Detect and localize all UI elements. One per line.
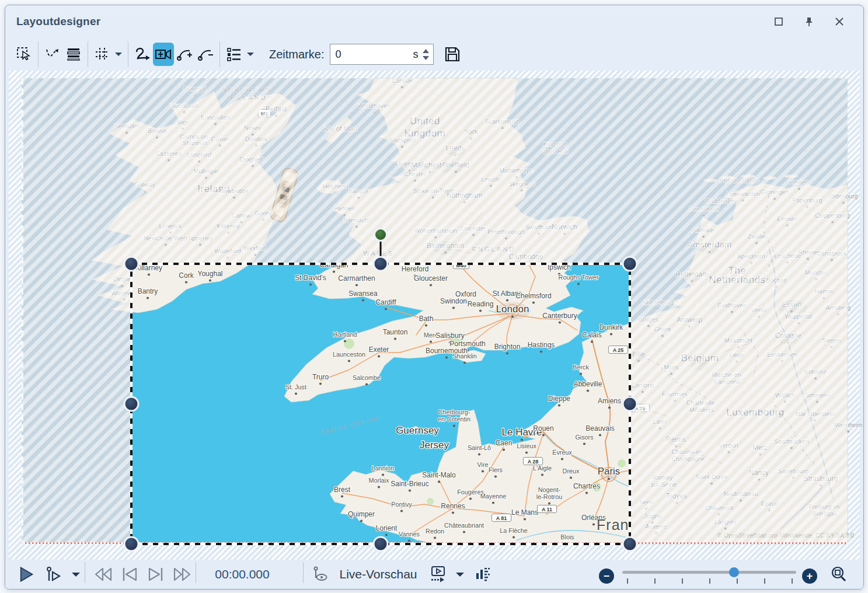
spinner-down[interactable] xyxy=(423,56,429,60)
select-tool-button[interactable] xyxy=(13,43,34,66)
city-dot xyxy=(453,424,455,427)
keyframe-list-dropdown[interactable] xyxy=(245,43,256,66)
road-badge: A 81 xyxy=(491,514,511,522)
city-dot xyxy=(521,438,523,441)
keyframe-list-button[interactable] xyxy=(224,43,245,66)
close-button[interactable] xyxy=(833,15,846,28)
grid-options-dropdown[interactable] xyxy=(113,43,124,66)
city-dot xyxy=(344,340,346,342)
window-title: Layoutdesigner xyxy=(16,15,100,28)
grid-tool-button[interactable] xyxy=(92,43,113,66)
selection-handle-nw[interactable] xyxy=(124,257,138,271)
layers-tool-button[interactable] xyxy=(63,43,84,66)
zoom-out-button[interactable]: − xyxy=(597,563,616,589)
city-dot xyxy=(577,282,580,285)
city-dot xyxy=(360,519,362,522)
city-dot xyxy=(542,434,545,436)
zoom-tick xyxy=(792,578,793,584)
eye-pin-icon xyxy=(312,566,329,582)
city-dot xyxy=(409,489,411,491)
pin-button[interactable] xyxy=(803,15,815,28)
selection-handle-n[interactable] xyxy=(374,257,388,271)
map-label: Youghal xyxy=(198,270,223,278)
city-dot xyxy=(209,279,211,281)
city-dot xyxy=(513,536,515,538)
play-button[interactable] xyxy=(15,561,38,587)
road-badge: A 28 xyxy=(523,458,542,465)
plus-icon: + xyxy=(802,568,817,584)
city-dot xyxy=(580,372,582,375)
skip-forward-button[interactable] xyxy=(169,561,195,587)
selection-handle-ne[interactable] xyxy=(623,257,637,271)
city-dot xyxy=(591,340,593,343)
city-dot xyxy=(503,448,505,451)
zoom-in-button[interactable]: + xyxy=(800,563,819,589)
map-label: Châteaubriant xyxy=(444,522,484,529)
city-dot xyxy=(452,511,454,514)
map-label: Canterbury xyxy=(542,312,577,320)
city-dot xyxy=(147,296,149,299)
live-preview-label: Live-Vorschau xyxy=(331,561,426,587)
spline-edit-tool-button[interactable] xyxy=(42,43,63,66)
remove-node-tool-button[interactable] xyxy=(195,43,216,66)
play-from-timemarker-button[interactable] xyxy=(41,561,67,587)
map-label: Flers xyxy=(489,466,503,473)
city-dot xyxy=(494,475,497,477)
city-dot xyxy=(506,352,508,354)
zoom-slider-track[interactable] xyxy=(622,571,796,574)
map-label: Beauvais xyxy=(585,424,614,432)
rotation-handle[interactable] xyxy=(375,229,387,241)
preview-eye-pin-button[interactable] xyxy=(310,561,331,587)
city-dot xyxy=(506,299,508,301)
chevron-down-icon xyxy=(247,52,254,57)
city-dot xyxy=(385,308,387,310)
add-node-tool-button[interactable] xyxy=(174,43,195,66)
city-dot xyxy=(561,458,563,460)
spinner-up[interactable] xyxy=(423,49,429,53)
zeitmarke-input[interactable] xyxy=(330,48,395,61)
camera-pan-tool-button[interactable] xyxy=(153,43,174,66)
map-label: Amiens xyxy=(598,397,621,405)
city-dot xyxy=(400,510,403,512)
selection-handle-w[interactable] xyxy=(124,397,138,411)
map-label: Nogent- xyxy=(538,486,561,493)
save-button[interactable] xyxy=(442,43,463,66)
camera-pan-tool-icon xyxy=(155,47,172,62)
maximize-button[interactable] xyxy=(772,15,785,28)
prev-frame-icon xyxy=(121,566,138,582)
map-label: Saint-Brieuc xyxy=(391,480,428,488)
zoom-fit-button[interactable] xyxy=(827,561,850,587)
next-frame-button[interactable] xyxy=(143,561,169,587)
render-preview-button[interactable] xyxy=(427,561,450,587)
pin-icon xyxy=(804,16,814,27)
map-label: Gisors xyxy=(575,434,594,441)
city-dot xyxy=(309,283,312,285)
city-dot xyxy=(385,533,388,536)
zoom-slider-thumb[interactable] xyxy=(729,567,739,577)
map-label: Dunkirk xyxy=(599,323,624,332)
play-options-dropdown[interactable] xyxy=(67,561,85,587)
map-label: Bantry xyxy=(138,287,158,295)
map-label: Guernsey xyxy=(396,425,439,436)
skip-back-button[interactable] xyxy=(90,561,116,587)
map-label: Berck xyxy=(573,364,589,371)
render-preview-options-dropdown[interactable] xyxy=(451,561,469,587)
selection-handle-s[interactable] xyxy=(374,537,388,551)
city-dot xyxy=(511,315,514,318)
screen: { "window": { "title": "Layoutdesigner" … xyxy=(0,0,868,593)
selection-handle-e[interactable] xyxy=(623,397,637,411)
selection-handle-sw[interactable] xyxy=(124,537,138,551)
map-label: Lisieux xyxy=(517,442,536,449)
city-dot xyxy=(355,284,358,286)
city-dot xyxy=(463,531,465,533)
selection-handle-se[interactable] xyxy=(623,537,637,551)
city-dot xyxy=(365,383,368,385)
prev-frame-button[interactable] xyxy=(117,561,142,587)
timeline-values-button[interactable] xyxy=(471,561,494,587)
map-label: Rennes xyxy=(441,502,465,510)
maximize-icon xyxy=(774,17,783,26)
map-canvas[interactable]: NORTHERNIRELANDUnitedKingdomIrelandENGLA… xyxy=(22,78,848,544)
curve-tool-button[interactable] xyxy=(132,43,153,66)
zoom-tick xyxy=(764,578,765,584)
minus-icon: − xyxy=(599,568,614,584)
